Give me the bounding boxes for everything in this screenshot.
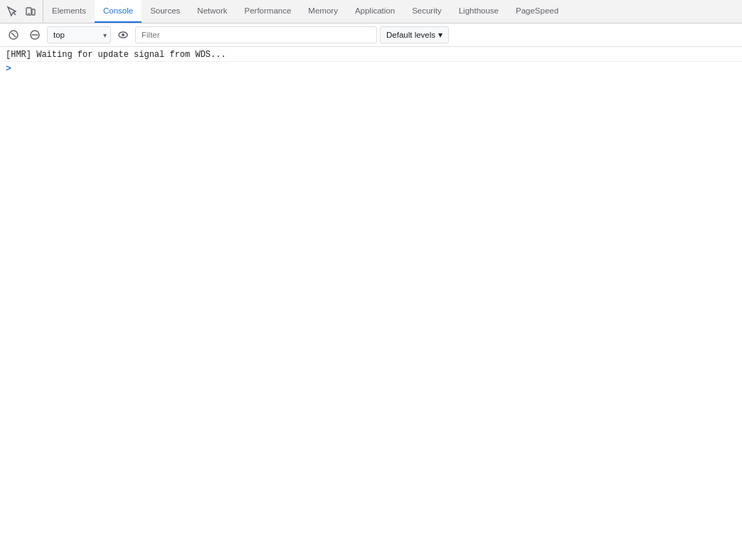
live-expressions-button[interactable] [114,26,132,44]
block-icon [29,29,41,41]
eye-icon [117,29,129,41]
tab-performance[interactable]: Performance [236,0,300,23]
levels-chevron-icon: ▾ [438,30,442,40]
tab-security[interactable]: Security [403,0,450,23]
svg-rect-1 [32,9,35,15]
tab-pagespeed[interactable]: PageSpeed [507,0,567,23]
filter-input[interactable] [135,26,377,43]
context-selector-wrapper: top ▾ [47,26,111,43]
tab-sources[interactable]: Sources [142,0,189,23]
inspect-element-button[interactable] [4,4,20,19]
clear-icon [8,29,19,41]
main-content: top ▾ Default levels ▾ [HMR] Waiting for… [0,23,742,560]
tab-application[interactable]: Application [346,0,403,23]
tab-console[interactable]: Console [95,0,142,23]
tab-lighthouse[interactable]: Lighthouse [450,0,507,23]
tab-bar: Elements Console Sources Network Perform… [0,0,742,23]
console-log-line: [HMR] Waiting for update signal from WDS… [0,48,742,62]
console-prompt-chevron[interactable]: > [6,63,11,74]
console-prompt-line: > [0,62,742,75]
levels-dropdown-button[interactable]: Default levels ▾ [380,26,449,43]
clear-console-button[interactable] [4,26,23,44]
svg-line-4 [11,33,16,37]
console-output: [HMR] Waiting for update signal from WDS… [0,47,742,560]
device-toggle-button[interactable] [23,4,38,19]
svg-point-8 [122,33,124,36]
tab-elements[interactable]: Elements [43,0,95,23]
context-selector[interactable]: top [47,26,111,43]
device-icon [25,6,36,17]
devtools-icons [0,0,43,23]
console-toolbar: top ▾ Default levels ▾ [0,23,742,47]
tab-memory[interactable]: Memory [300,0,346,23]
block-requests-button[interactable] [26,26,44,44]
tab-network[interactable]: Network [189,0,235,23]
cursor-icon [6,6,18,17]
